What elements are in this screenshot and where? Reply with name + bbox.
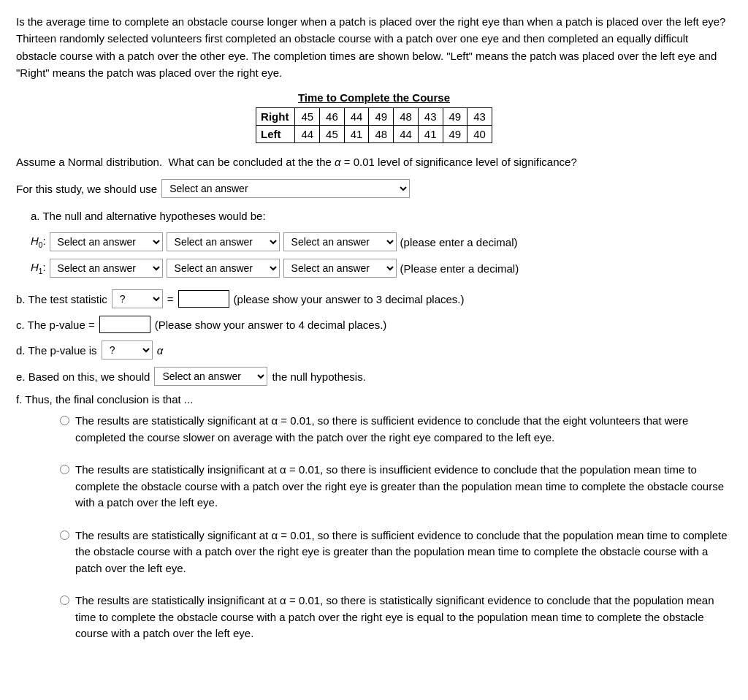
data-table: Right4546444948434943Left444541484441494… [256, 107, 492, 143]
table-cell: 46 [320, 108, 345, 126]
h0-hint: (please enter a decimal) [400, 236, 518, 248]
part-a-label: a. The null and alternative hypotheses w… [31, 210, 732, 222]
conclusion-item-3: The results are statistically significan… [60, 528, 732, 577]
h0-select-2[interactable]: Select an answer = ≠ > < ≥ ≤ [167, 232, 280, 251]
table-section: Time to Complete the Course Right4546444… [16, 91, 732, 143]
conclusion-item-4: The results are statistically insignific… [60, 593, 732, 642]
reject-select[interactable]: Select an answer reject fail to reject a… [154, 367, 267, 386]
part-b-label: b. The test statistic [16, 293, 107, 305]
study-type-select[interactable]: Select an answer paired t-test two-sampl… [161, 179, 410, 198]
conclusion-text-4: The results are statistically insignific… [75, 593, 732, 642]
h1-select-2[interactable]: Select an answer = ≠ > < ≥ ≤ [167, 259, 280, 278]
table-cell: 45 [295, 108, 320, 126]
table-cell: 48 [369, 126, 394, 143]
h0-select-1[interactable]: Select an answer μ_d μ_1 μ_2 p [50, 232, 163, 251]
h1-hint: (Please enter a decimal) [400, 262, 519, 275]
study-use-row: For this study, we should use Select an … [16, 179, 732, 198]
alpha-symbol: α [157, 344, 164, 357]
part-d-label: d. The p-value is [16, 344, 97, 357]
intro-text: Is the average time to complete an obsta… [16, 13, 732, 81]
h1-select-1[interactable]: Select an answer μ_d μ_1 μ_2 p [50, 259, 163, 278]
part-e-row: e. Based on this, we should Select an an… [16, 367, 732, 386]
pvalue-input[interactable] [99, 316, 150, 333]
table-cell: 41 [344, 126, 369, 143]
conclusion-radio-2[interactable] [60, 465, 69, 474]
conclusion-options: The results are statistically significan… [16, 413, 732, 642]
part-a-section: a. The null and alternative hypotheses w… [16, 210, 732, 278]
conclusion-radio-3[interactable] [60, 530, 69, 540]
conclusion-item-2: The results are statistically insignific… [60, 462, 732, 511]
h1-select-3[interactable]: Select an answer 0 0.01 μ_d μ_1 μ_2 [283, 259, 397, 278]
conclusion-text-1: The results are statistically significan… [75, 413, 732, 446]
equals-sign-b: = [167, 293, 174, 305]
part-e-label: e. Based on this, we should [16, 370, 150, 383]
part-d-row: d. The p-value is ? > < = α [16, 341, 732, 359]
study-use-label: For this study, we should use [16, 183, 157, 195]
assumption-text: Assume a Normal distribution. What can b… [16, 153, 732, 170]
test-statistic-input[interactable] [178, 290, 229, 308]
part-b-hint: (please show your answer to 3 decimal pl… [234, 293, 465, 305]
part-c-label: c. The p-value = [16, 319, 95, 331]
table-cell: 43 [418, 108, 443, 126]
part-b-row: b. The test statistic ? t z F = (please … [16, 289, 732, 308]
table-cell: 48 [394, 108, 419, 126]
conclusion-radio-4[interactable] [60, 596, 69, 605]
part-c-hint: (Please show your answer to 4 decimal pl… [155, 319, 387, 331]
table-cell: 45 [320, 126, 345, 143]
h0-select-3[interactable]: Select an answer 0 0.01 μ_d μ_1 μ_2 [283, 232, 397, 251]
h0-label: H0: [31, 235, 46, 249]
table-cell: 40 [468, 126, 492, 143]
conclusion-text-3: The results are statistically significan… [75, 528, 732, 577]
test-statistic-symbol-select[interactable]: ? t z F [112, 289, 163, 308]
part-c-row: c. The p-value = (Please show your answe… [16, 316, 732, 333]
table-title: Time to Complete the Course [16, 91, 732, 104]
table-cell: 44 [344, 108, 369, 126]
table-cell: 43 [468, 108, 492, 126]
part-e-suffix: the null hypothesis. [272, 370, 365, 383]
part-f-label: f. Thus, the final conclusion is that ..… [16, 393, 732, 406]
table-cell: 44 [295, 126, 320, 143]
h1-label: H1: [31, 261, 46, 275]
pvalue-compare-select[interactable]: ? > < = [102, 341, 153, 359]
table-cell: 49 [443, 126, 468, 143]
part-f-section: f. Thus, the final conclusion is that ..… [16, 393, 732, 642]
conclusion-item-1: The results are statistically significan… [60, 413, 732, 446]
h1-row: H1: Select an answer μ_d μ_1 μ_2 p Selec… [31, 259, 732, 278]
table-cell: 49 [443, 108, 468, 126]
table-row-label: Right [256, 108, 295, 126]
h0-row: H0: Select an answer μ_d μ_1 μ_2 p Selec… [31, 232, 732, 251]
table-cell: 49 [369, 108, 394, 126]
table-cell: 41 [418, 126, 443, 143]
table-cell: 44 [394, 126, 419, 143]
table-row-label: Left [256, 126, 295, 143]
parts-section: b. The test statistic ? t z F = (please … [16, 289, 732, 642]
conclusion-text-2: The results are statistically insignific… [75, 462, 732, 511]
conclusion-radio-1[interactable] [60, 416, 69, 425]
